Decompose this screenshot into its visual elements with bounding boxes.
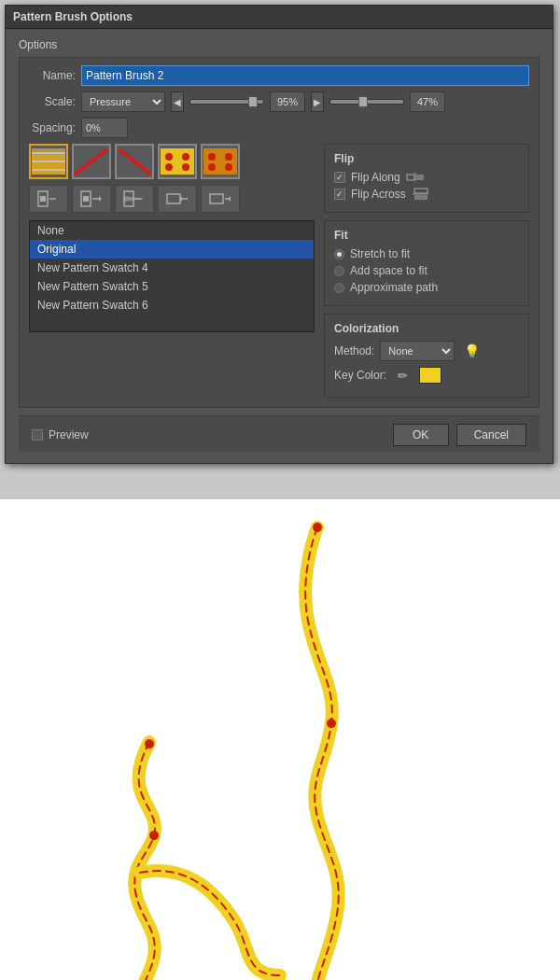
fit-addspace-row: Add space to fit [334, 264, 519, 277]
ok-button[interactable]: OK [393, 424, 449, 446]
svg-marker-34 [228, 196, 231, 202]
tile-preview-1 [32, 148, 65, 175]
spacing-row: Spacing: [29, 118, 529, 138]
svg-rect-14 [203, 148, 237, 175]
fit-addspace-radio[interactable] [334, 266, 344, 276]
svg-rect-24 [83, 196, 89, 202]
fit-approx-label: Approximate path [350, 281, 438, 294]
icon-4 [166, 189, 189, 208]
svg-rect-37 [416, 175, 424, 180]
scale-method-select[interactable]: Pressure [81, 91, 165, 112]
dialog-titlebar: Pattern Brush Options [6, 6, 553, 29]
name-row: Name: [29, 65, 529, 86]
colorization-title: Colorization [334, 322, 519, 335]
tile-btn-1[interactable] [29, 144, 68, 179]
scale-label: Scale: [29, 95, 76, 108]
icon-1 [37, 189, 60, 208]
bottom-bar: Preview OK Cancel [19, 415, 539, 452]
svg-point-13 [182, 163, 189, 171]
preview-label: Preview [49, 428, 89, 441]
svg-point-17 [208, 163, 216, 171]
svg-marker-25 [99, 196, 102, 202]
fit-stretch-row: Stretch to fit [334, 247, 519, 260]
icon-btn-3[interactable] [115, 185, 154, 213]
flip-along-label: Flip Along [351, 171, 400, 184]
icon-btn-5[interactable] [201, 185, 240, 213]
scale-row: Scale: Pressure ◀ ▶ [29, 91, 529, 112]
key-color-swatch[interactable] [419, 367, 441, 384]
icon-btn-4[interactable] [158, 185, 197, 213]
scale-thumb-right [358, 96, 368, 107]
flip-across-checkbox[interactable] [334, 189, 345, 200]
fit-addspace-label: Add space to fit [350, 264, 427, 277]
svg-rect-40 [414, 195, 427, 200]
scale-pct2-input[interactable] [410, 91, 445, 112]
svg-rect-4 [32, 148, 65, 152]
preview-row: Preview [32, 428, 89, 441]
svg-rect-29 [167, 194, 180, 203]
tile-btn-4[interactable] [158, 144, 197, 179]
scale-slider-right[interactable] [329, 99, 404, 105]
svg-rect-9 [161, 148, 194, 175]
list-item-swatch4[interactable]: New Pattern Swatch 4 [30, 259, 314, 277]
fit-title: Fit [334, 229, 519, 242]
cancel-button[interactable]: Cancel [456, 424, 526, 446]
pattern-brush-options-dialog: Pattern Brush Options Options Name: Scal… [5, 5, 553, 464]
svg-rect-35 [407, 175, 414, 180]
list-item-swatch6[interactable]: New Pattern Swatch 6 [30, 296, 314, 315]
options-label: Options [19, 38, 539, 51]
tile-btn-5[interactable] [201, 144, 240, 179]
preview-checkbox[interactable] [32, 429, 43, 441]
left-panel: None Original New Pattern Swatch 4 New P… [29, 144, 315, 398]
tile-btn-2[interactable] [72, 144, 111, 179]
list-item-none[interactable]: None [30, 221, 314, 240]
flip-across-icon [412, 188, 430, 201]
flip-across-row: Flip Across [334, 188, 519, 201]
scale-right-arrow[interactable]: ▶ [311, 91, 324, 112]
canvas-svg [0, 499, 560, 980]
flip-across-label: Flip Across [351, 188, 406, 201]
method-select[interactable]: None [380, 341, 455, 361]
svg-point-10 [165, 153, 173, 161]
canvas-area [0, 499, 560, 980]
tile-btn-3[interactable] [115, 144, 154, 179]
eyedropper-icon[interactable]: ✏ [398, 369, 408, 383]
spacing-input[interactable] [81, 118, 128, 138]
icon-5 [209, 189, 231, 208]
svg-point-16 [225, 153, 232, 161]
svg-point-43 [315, 526, 320, 532]
spacing-label: Spacing: [29, 121, 76, 134]
tile-buttons-row1 [29, 144, 315, 179]
icon-3 [123, 189, 146, 208]
button-row: OK Cancel [393, 424, 526, 446]
scale-slider-left[interactable] [189, 99, 264, 105]
svg-marker-28 [124, 196, 145, 202]
dialog-title: Pattern Brush Options [13, 10, 133, 23]
scale-left-arrow[interactable]: ◀ [171, 91, 184, 112]
svg-rect-32 [210, 194, 223, 203]
svg-point-47 [147, 743, 152, 749]
svg-rect-20 [40, 196, 46, 202]
list-item-swatch5[interactable]: New Pattern Swatch 5 [30, 277, 314, 296]
method-row: Method: None 💡 [334, 341, 519, 361]
dialog-body: Options Name: Scale: Pressure ◀ [6, 29, 553, 463]
colorization-section: Colorization Method: None 💡 Key Color: [324, 314, 529, 398]
svg-rect-38 [414, 189, 427, 193]
key-color-label: Key Color: [334, 369, 386, 382]
icon-btn-2[interactable] [72, 185, 111, 213]
icon-btn-1[interactable] [29, 185, 68, 213]
scale-thumb-left [248, 96, 258, 107]
list-item-original[interactable]: Original [30, 240, 314, 259]
flip-title: Flip [334, 152, 519, 165]
scale-pct1-input[interactable] [270, 91, 305, 112]
fit-section: Fit Stretch to fit Add space to fit Appr… [324, 220, 529, 306]
main-split: None Original New Pattern Swatch 4 New P… [29, 144, 529, 398]
flip-along-checkbox[interactable] [334, 172, 345, 183]
name-input[interactable] [81, 65, 529, 86]
fit-approx-radio[interactable] [334, 283, 344, 293]
flip-along-icon [406, 171, 425, 184]
icon-2 [80, 189, 103, 208]
fit-stretch-radio[interactable] [334, 249, 344, 259]
swatch-list[interactable]: None Original New Pattern Swatch 4 New P… [29, 220, 315, 332]
tile-preview-2 [75, 148, 108, 175]
